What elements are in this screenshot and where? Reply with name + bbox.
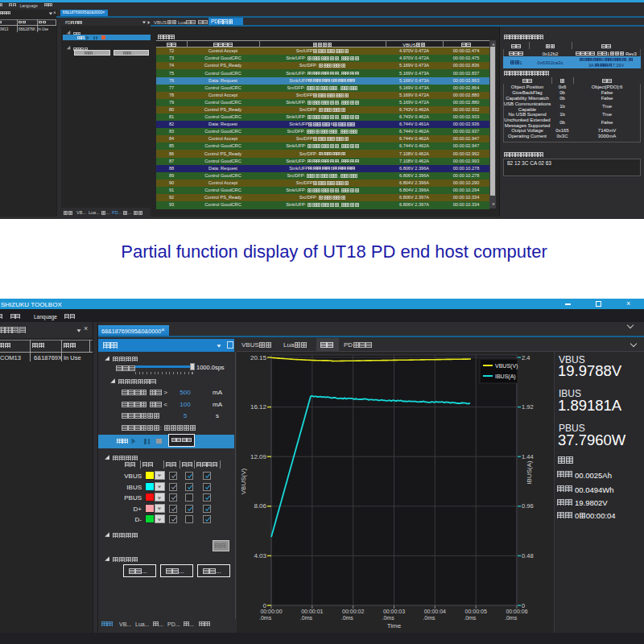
svg-text:00:00:04: 00:00:04 — [424, 609, 446, 614]
svg-text:8.06: 8.06 — [254, 502, 266, 510]
svg-text:00:00:01: 00:00:01 — [301, 609, 323, 614]
svg-text:.0ms: .0ms — [464, 615, 477, 621]
svg-text:IBUS(A): IBUS(A) — [526, 460, 533, 485]
svg-text:00:00:06: 00:00:06 — [506, 609, 527, 614]
svg-text:.0ms: .0ms — [382, 615, 395, 621]
svg-text:00:00:05: 00:00:05 — [465, 609, 487, 614]
svg-text:16.12: 16.12 — [250, 403, 267, 411]
svg-text:1.44: 1.44 — [522, 453, 534, 460]
svg-text:.0ms: .0ms — [259, 615, 272, 621]
svg-text:VBUS(V): VBUS(V) — [240, 468, 247, 494]
svg-text:2.4: 2.4 — [522, 354, 530, 361]
svg-text:.0ms: .0ms — [423, 615, 436, 621]
svg-text:0.48: 0.48 — [522, 552, 534, 559]
svg-text:.0ms: .0ms — [505, 615, 518, 621]
svg-text:1.92: 1.92 — [522, 403, 534, 411]
svg-text:.0ms: .0ms — [300, 615, 313, 621]
svg-text:.0ms: .0ms — [341, 615, 354, 621]
svg-text:12.09: 12.09 — [250, 453, 267, 460]
svg-text:00:00:03: 00:00:03 — [383, 609, 405, 614]
svg-text:Time: Time — [387, 622, 402, 630]
svg-text:4.03: 4.03 — [254, 552, 266, 559]
svg-text:0.96: 0.96 — [522, 502, 534, 510]
svg-text:VBUS(V): VBUS(V) — [495, 363, 518, 369]
svg-text:00:00:00: 00:00:00 — [260, 609, 282, 614]
svg-text:00:00:02: 00:00:02 — [342, 609, 364, 614]
svg-text:20.15: 20.15 — [250, 354, 267, 361]
svg-text:IBUS(A): IBUS(A) — [495, 374, 516, 380]
